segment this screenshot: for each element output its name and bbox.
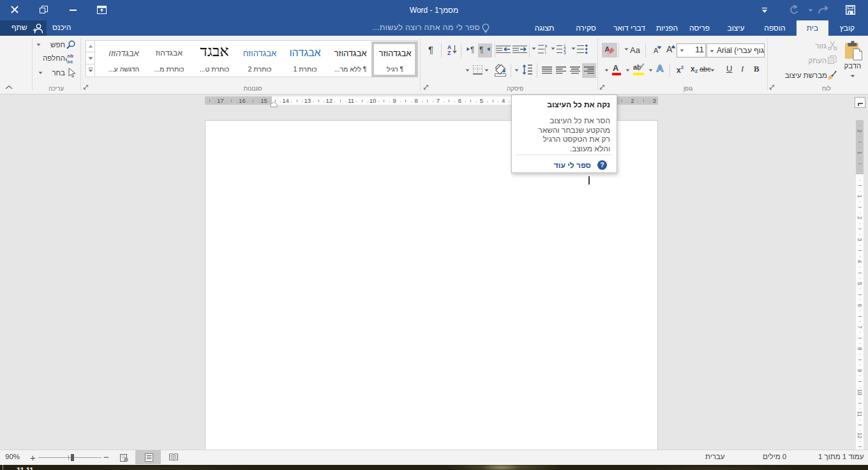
svg-text:b: b [70,53,73,59]
svg-text:c: c [70,59,73,64]
svg-text:?: ? [600,161,604,169]
svg-text:a: a [545,44,548,48]
svg-text:¶: ¶ [470,45,474,54]
svg-text:Z: Z [447,50,451,56]
svg-text:A: A [657,63,664,73]
svg-text:¶: ¶ [479,45,483,54]
svg-text:3: 3 [564,50,566,54]
svg-text:i: i [545,50,546,55]
